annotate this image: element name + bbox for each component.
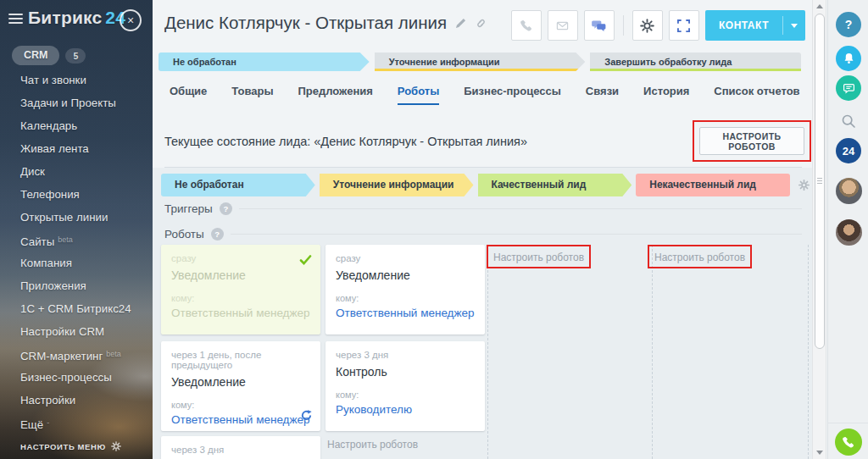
scroll-down-button[interactable] [813, 446, 826, 459]
sidebar-item-crm-settings[interactable]: Настройки CRM [0, 320, 153, 343]
section-divider [164, 167, 802, 168]
avatar[interactable] [836, 219, 862, 246]
configure-robots-link[interactable]: Настроить роботов [654, 252, 745, 263]
lead-stage-bar: Не обработан Уточнение информации Заверш… [159, 53, 801, 71]
tab-history[interactable]: История [643, 85, 689, 105]
tab-quotes[interactable]: Предложения [298, 85, 373, 105]
sidebar: Битрикс24 × CRM 5 Чат и звонки Задачи и … [0, 0, 153, 459]
tab-general[interactable]: Общие [170, 85, 207, 105]
robot-card[interactable]: через 1 день, после предыдущего Уведомле… [161, 341, 320, 431]
robot-card-completed[interactable]: сразу Уведомление кому: Ответственный ме… [161, 245, 320, 335]
bell-icon [843, 52, 855, 65]
bitrix24-logo[interactable]: Битрикс24 [28, 8, 125, 28]
edit-title-icon[interactable] [455, 18, 466, 29]
robots-grid: сразу Уведомление кому: Ответственный ме… [161, 245, 812, 459]
sidebar-item-1c-crm[interactable]: 1С + CRM Битрикс24 [0, 297, 153, 320]
phone-icon [842, 435, 855, 449]
contact-split-button[interactable]: КОНТАКТ [705, 10, 805, 41]
section-rule [231, 234, 802, 235]
sidebar-item-calendar[interactable]: Календарь [0, 114, 153, 137]
sidebar-item-settings[interactable]: Настройки [0, 389, 153, 412]
scrollbar-thumb[interactable] [815, 14, 825, 349]
configure-menu-button[interactable]: НАСТРОИТЬ МЕНЮ [20, 441, 121, 451]
right-icon-rail: ? 24 [827, 0, 868, 459]
contact-dropdown-toggle[interactable] [783, 10, 805, 41]
triggers-title: Триггеры [164, 202, 213, 215]
main-content: Денис Котлярчук - Открытая линия [153, 0, 812, 459]
help-button[interactable]: ? [836, 12, 861, 37]
robot-card[interactable]: через 3 дня Контроль кому: Руководителю [326, 341, 485, 431]
help-icon[interactable]: ? [220, 202, 232, 215]
page-title: Денис Котлярчук - Открытая линия [164, 13, 447, 33]
bitrix24-network-button[interactable]: 24 [836, 138, 861, 163]
sidebar-item-chat-calls[interactable]: Чат и звонки [0, 69, 153, 91]
sidebar-item-crm-marketing[interactable]: CRM-маркетингbeta [0, 343, 153, 366]
business-process-icon [300, 409, 313, 425]
avatar[interactable] [836, 178, 862, 204]
telephony-call-button[interactable] [835, 429, 862, 456]
beta-badge: beta [58, 235, 73, 244]
copy-link-icon[interactable] [475, 17, 487, 30]
sidebar-item-company[interactable]: Компания [0, 252, 153, 274]
fullscreen-button[interactable] [669, 10, 699, 41]
triggers-section-header: Триггеры ? [164, 202, 802, 215]
robot-card[interactable]: сразу Уведомление кому: Ответственный ме… [326, 245, 485, 335]
chat-transcript-icon [843, 82, 855, 95]
status-settings-gear[interactable] [798, 179, 810, 194]
search-icon [841, 113, 856, 129]
gear-icon [640, 19, 654, 33]
tab-connections[interactable]: Связи [586, 85, 619, 105]
lead-header: Денис Котлярчук - Открытая линия [164, 13, 487, 33]
tab-report-list[interactable]: Список отчетов [714, 85, 799, 105]
annotation-box-configure-link: Настроить роботов [648, 245, 752, 268]
status-junk-lead[interactable]: Некачественный лид [636, 174, 790, 196]
sidebar-item-telephony[interactable]: Телефония [0, 183, 153, 206]
sidebar-item-more[interactable]: Ещё- [0, 412, 153, 434]
vertical-scrollbar[interactable] [812, 0, 826, 459]
settings-button[interactable] [632, 10, 663, 41]
gear-icon [111, 441, 121, 451]
stage-finish-lead[interactable]: Завершить обработку лида [590, 53, 801, 71]
column-separator [487, 245, 488, 459]
notifications-button[interactable] [836, 46, 861, 71]
sidebar-item-crm[interactable]: CRM [12, 46, 59, 65]
configure-robots-link[interactable]: Настроить роботов [327, 439, 418, 451]
sidebar-item-drive[interactable]: Диск [0, 160, 153, 183]
column-separator [652, 245, 653, 459]
open-lines-button[interactable] [836, 75, 861, 101]
more-indicator: - [47, 418, 49, 427]
responsible-manager-link[interactable]: Ответственный менеджер [171, 413, 310, 426]
sidebar-item-open-lines[interactable]: Открытые линии [0, 206, 153, 229]
supervisor-link[interactable]: Руководителю [336, 403, 412, 416]
sidebar-item-tasks-projects[interactable]: Задачи и Проекты [0, 91, 153, 114]
search-button[interactable] [836, 108, 861, 134]
tab-business-processes[interactable]: Бизнес-процессы [464, 85, 561, 105]
stage-not-processed[interactable]: Не обработан [159, 53, 370, 71]
responsible-manager-link[interactable]: Ответственный менеджер [336, 307, 475, 319]
close-menu-button[interactable]: × [120, 9, 142, 31]
status-not-processed[interactable]: Не обработан [161, 174, 315, 196]
hamburger-menu-icon[interactable] [8, 14, 23, 25]
email-button[interactable] [548, 10, 578, 41]
configure-robots-button[interactable]: НАСТРОИТЬ РОБОТОВ [699, 127, 804, 155]
sidebar-item-business-processes[interactable]: Бизнес-процессы [0, 366, 153, 389]
robot-card[interactable]: через 3 дня [161, 436, 320, 459]
current-lead-state-text: Текущее состояние лида: «Денис Котлярчук… [164, 135, 527, 148]
arrow-down-icon [816, 451, 823, 458]
tab-robots[interactable]: Роботы [398, 85, 439, 105]
sidebar-item-applications[interactable]: Приложения [0, 274, 153, 297]
sidebar-item-sites[interactable]: Сайтыbeta [0, 229, 153, 252]
chat-button[interactable] [584, 10, 615, 41]
status-quality-lead[interactable]: Качественный лид [478, 174, 632, 196]
stage-clarify-info[interactable]: Уточнение информации [375, 53, 586, 71]
status-clarify-info[interactable]: Уточнение информации [320, 174, 474, 196]
contact-button-label[interactable]: КОНТАКТ [705, 10, 782, 41]
sidebar-item-feed[interactable]: Живая лента [0, 137, 153, 160]
help-icon[interactable]: ? [211, 228, 224, 241]
annotation-box-configure-robots: НАСТРОИТЬ РОБОТОВ [693, 120, 811, 162]
configure-robots-link[interactable]: Настроить роботов [493, 252, 584, 263]
scroll-up-button[interactable] [813, 0, 826, 13]
call-button[interactable] [511, 10, 542, 41]
tab-products[interactable]: Товары [231, 85, 273, 105]
checkmark-icon [299, 253, 312, 268]
